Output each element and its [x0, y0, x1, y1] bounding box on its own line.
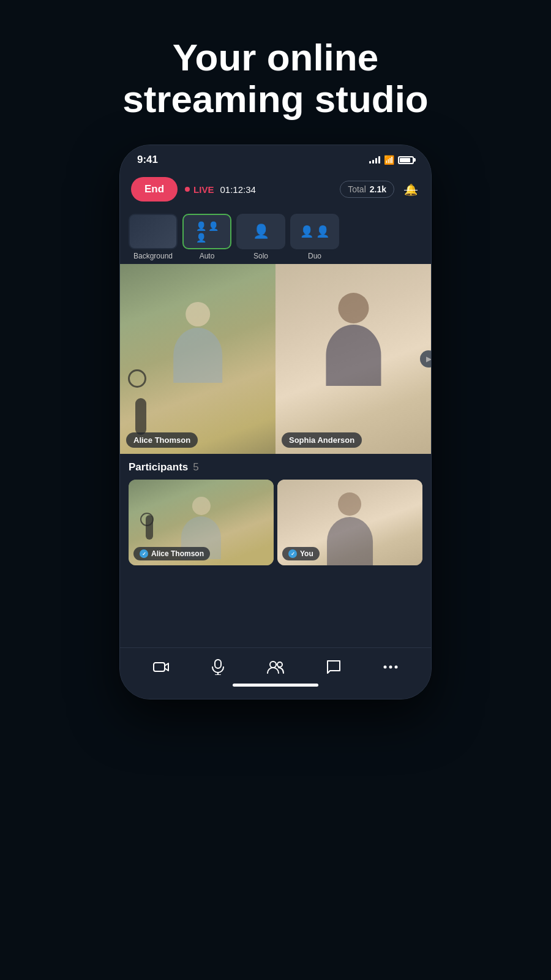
layout-option-auto[interactable]: 👤 👤 👤 Auto: [182, 214, 231, 260]
chat-icon: [326, 660, 341, 674]
status-time: 9:41: [137, 154, 158, 166]
auto-label: Auto: [200, 252, 215, 260]
total-label: Total: [348, 184, 366, 194]
home-indicator: [233, 684, 318, 687]
live-indicator: LIVE 01:12:34: [185, 184, 256, 195]
camera-icon: [153, 660, 169, 674]
layout-bar: Background 👤 👤 👤 Auto 👤 Solo: [120, 208, 431, 264]
chat-button[interactable]: [320, 657, 347, 677]
participants-count: 5: [193, 461, 198, 473]
solo-label: Solo: [253, 252, 268, 260]
participant-card-you[interactable]: ✓ You: [277, 480, 422, 565]
solo-person-icon: 👤: [253, 224, 269, 239]
svg-point-7: [389, 666, 392, 669]
person-icon-1: 👤: [196, 221, 206, 231]
camera-button[interactable]: [147, 658, 175, 676]
background-label: Background: [133, 252, 173, 260]
mic-icon: [211, 659, 225, 675]
participants-grid: ✓ Alice Thomson ✓ You: [129, 480, 422, 565]
end-button[interactable]: End: [131, 177, 178, 202]
total-count: 2.1k: [370, 184, 386, 194]
status-bar: 9:41 📶: [120, 145, 431, 171]
participant-name-alice: ✓ Alice Thomson: [133, 547, 210, 560]
top-bar: End LIVE 01:12:34 Total 2.1k 🔔: [120, 171, 431, 208]
svg-point-6: [383, 666, 386, 669]
participants-section: Participants 5 ✓ Alice Thomson: [120, 454, 431, 574]
live-timer: 01:12:34: [220, 184, 255, 195]
bottom-bar: [132, 657, 419, 677]
duo-person-icon-1: 👤: [300, 225, 313, 238]
more-icon: [383, 665, 398, 669]
layout-option-duo[interactable]: 👤 👤 Duo: [290, 214, 339, 260]
video-grid: Alice Thomson ▶ Sophia Anderson: [120, 264, 431, 454]
duo-person-icon-2: 👤: [316, 225, 329, 238]
mute-button[interactable]: 🔔: [402, 180, 420, 199]
svg-point-4: [270, 662, 276, 668]
more-button[interactable]: [377, 663, 404, 671]
auto-person-icons: 👤 👤 👤: [196, 221, 219, 243]
sophia-main-video: ▶ Sophia Anderson: [276, 264, 431, 454]
participant-name-you: ✓ You: [282, 547, 320, 560]
person-icon-2: 👤: [208, 221, 219, 231]
people-icon: [267, 660, 284, 674]
mute-icon: 🔔: [404, 184, 418, 196]
live-dot-icon: [185, 187, 190, 192]
alice-main-video: Alice Thomson: [120, 264, 276, 454]
participants-header: Participants 5: [129, 461, 422, 473]
svg-point-8: [394, 666, 397, 669]
verified-icon-alice: ✓: [140, 549, 148, 558]
participant-card-alice[interactable]: ✓ Alice Thomson: [129, 480, 274, 565]
duo-thumb: 👤 👤: [290, 214, 339, 249]
svg-rect-0: [154, 663, 165, 671]
solo-thumb: 👤: [236, 214, 285, 249]
bottom-spacer: [120, 574, 431, 647]
status-icons: 📶: [369, 155, 414, 165]
alice-main-name-tag: Alice Thomson: [126, 432, 198, 448]
hero-title: Your online streaming studio: [92, 37, 459, 120]
layout-option-solo[interactable]: 👤 Solo: [236, 214, 285, 260]
bottom-bar-container: [120, 647, 431, 699]
total-badge: Total 2.1k: [340, 181, 394, 198]
participants-title: Participants: [129, 461, 188, 473]
auto-thumb: 👤 👤 👤: [182, 214, 231, 249]
people-button[interactable]: [261, 658, 290, 676]
svg-rect-1: [215, 660, 221, 668]
sophia-main-name-tag: Sophia Anderson: [282, 432, 362, 448]
phone-frame: 9:41 📶 End LIVE 01:12:34 Total 2.1k 🔔: [119, 145, 432, 699]
live-label: LIVE: [193, 184, 214, 195]
person-icon-3: 👤: [196, 233, 206, 243]
duo-label: Duo: [308, 252, 321, 260]
battery-icon: [398, 156, 414, 164]
layout-option-background[interactable]: Background: [129, 214, 178, 260]
wifi-icon: 📶: [384, 155, 394, 165]
background-thumb: [129, 214, 178, 249]
verified-icon-you: ✓: [288, 549, 297, 558]
signal-bars-icon: [369, 156, 380, 164]
mic-button[interactable]: [205, 657, 231, 677]
svg-point-5: [277, 662, 282, 667]
